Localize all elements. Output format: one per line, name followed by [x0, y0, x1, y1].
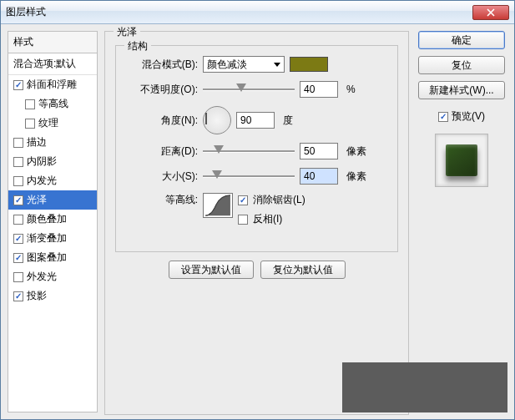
angle-dial[interactable]	[203, 106, 231, 134]
effect-settings: 光泽 结构 混合模式(B): 颜色减淡 不透明度(O):	[104, 31, 409, 412]
layer-style-dialog: 图层样式 样式 混合选项:默认 斜面和浮雕等高线纹理描边内阴影内发光光泽颜色叠加…	[0, 0, 515, 420]
checkbox-icon	[13, 176, 23, 186]
opacity-slider[interactable]	[203, 83, 295, 95]
preview-checkbox[interactable]: 预览(V)	[438, 109, 485, 124]
style-item[interactable]: 投影	[8, 286, 97, 306]
distance-input[interactable]	[300, 143, 338, 159]
blend-mode-value: 颜色减淡	[207, 58, 247, 72]
close-button[interactable]	[472, 5, 509, 20]
style-item[interactable]: 内阴影	[8, 152, 97, 171]
styles-list: 样式 混合选项:默认 斜面和浮雕等高线纹理描边内阴影内发光光泽颜色叠加渐变叠加图…	[8, 31, 98, 412]
opacity-unit: %	[346, 83, 356, 95]
checkbox-icon	[13, 138, 23, 148]
reset-default-button[interactable]: 复位为默认值	[260, 261, 346, 279]
checkbox-icon	[438, 112, 448, 122]
size-label: 大小(S):	[128, 170, 198, 184]
checkbox-icon	[13, 291, 23, 301]
checkbox-icon	[13, 80, 23, 90]
dialog-actions: 确定 复位 新建样式(W)... 预览(V)	[416, 31, 507, 412]
style-item[interactable]: 颜色叠加	[8, 210, 97, 229]
antialias-checkbox[interactable]: 消除锯齿(L)	[238, 193, 305, 207]
checkbox-icon	[25, 99, 35, 109]
panel-title: 光泽	[114, 25, 140, 39]
style-item-label: 内发光	[27, 174, 57, 188]
style-item-label: 光泽	[27, 193, 47, 207]
style-item[interactable]: 斜面和浮雕	[8, 75, 97, 94]
size-unit: 像素	[346, 170, 366, 184]
style-item[interactable]: 外发光	[8, 267, 97, 286]
style-item-label: 颜色叠加	[27, 212, 67, 226]
style-item-label: 图案叠加	[27, 250, 67, 265]
cancel-button[interactable]: 复位	[418, 56, 505, 74]
close-icon	[487, 8, 495, 17]
preview-label: 预览(V)	[452, 109, 485, 124]
style-item[interactable]: 图案叠加	[8, 248, 97, 267]
invert-label: 反相(I)	[253, 212, 282, 226]
checkbox-icon	[238, 215, 248, 225]
invert-checkbox[interactable]: 反相(I)	[238, 212, 305, 226]
color-swatch[interactable]	[290, 57, 328, 72]
style-item[interactable]: 描边	[8, 133, 97, 152]
checkbox-icon	[13, 195, 23, 205]
style-item[interactable]: 光泽	[8, 190, 97, 210]
style-item-label: 斜面和浮雕	[27, 78, 77, 92]
antialias-label: 消除锯齿(L)	[253, 193, 305, 207]
angle-input[interactable]	[236, 112, 275, 129]
style-item-label: 内阴影	[27, 154, 57, 169]
angle-unit: 度	[283, 114, 293, 128]
distance-slider[interactable]	[203, 145, 295, 157]
distance-unit: 像素	[346, 144, 366, 159]
checkbox-icon	[13, 157, 23, 167]
style-item[interactable]: 内发光	[8, 171, 97, 190]
preview-surface	[446, 144, 477, 176]
style-item-label: 投影	[27, 289, 47, 303]
opacity-label: 不透明度(O):	[128, 83, 198, 97]
style-item-label: 渐变叠加	[27, 231, 67, 245]
titlebar: 图层样式	[1, 1, 514, 24]
style-item[interactable]: 等高线	[8, 94, 97, 114]
checkbox-icon	[13, 253, 23, 263]
checkbox-icon	[238, 195, 248, 205]
ok-button[interactable]: 确定	[418, 31, 505, 49]
preview-thumbnail	[435, 134, 488, 187]
make-default-button[interactable]: 设置为默认值	[169, 261, 254, 279]
blend-mode-select[interactable]: 颜色减淡	[203, 56, 285, 73]
contour-picker[interactable]	[203, 193, 233, 218]
size-slider[interactable]	[203, 170, 295, 182]
checkbox-icon	[13, 272, 23, 282]
checkbox-icon	[25, 119, 35, 129]
style-item-label: 描边	[27, 135, 47, 149]
size-input[interactable]	[300, 168, 338, 185]
contour-label: 等高线:	[128, 193, 198, 207]
style-item[interactable]: 渐变叠加	[8, 229, 97, 248]
blending-options[interactable]: 混合选项:默认	[8, 53, 97, 75]
angle-label: 角度(N):	[128, 114, 198, 128]
checkbox-icon	[13, 215, 23, 225]
checkbox-icon	[13, 234, 23, 244]
styles-header[interactable]: 样式	[8, 32, 97, 53]
window-title: 图层样式	[6, 5, 46, 19]
resize-overlay	[342, 362, 507, 412]
new-style-button[interactable]: 新建样式(W)...	[418, 81, 505, 99]
style-item-label: 等高线	[38, 97, 68, 111]
style-item-label: 外发光	[27, 270, 57, 284]
blend-mode-label: 混合模式(B):	[128, 58, 198, 72]
structure-group-label: 结构	[124, 39, 151, 53]
style-item[interactable]: 纹理	[8, 114, 97, 133]
style-item-label: 纹理	[38, 116, 58, 130]
chevron-down-icon	[274, 63, 280, 67]
distance-label: 距离(D):	[128, 144, 198, 159]
opacity-input[interactable]	[300, 81, 338, 98]
